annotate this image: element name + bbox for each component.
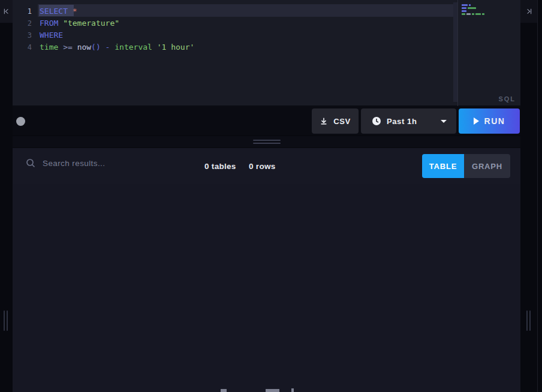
- line-number: 1: [13, 5, 32, 17]
- csv-export-button[interactable]: CSV: [312, 108, 359, 134]
- collapse-right-icon: [525, 8, 532, 15]
- clipped-text-fragment: [221, 389, 227, 392]
- keyword-token: SELECT: [40, 7, 68, 16]
- function-token: now: [77, 43, 91, 52]
- line-number: 2: [13, 17, 32, 29]
- minimap-divider: [457, 0, 458, 106]
- run-query-button[interactable]: RUN: [459, 108, 520, 134]
- collapse-right-panel-button[interactable]: [520, 0, 537, 23]
- keyword-token: FROM: [40, 19, 58, 28]
- view-mode-toggle: TABLE GRAPH: [422, 154, 510, 178]
- chevron-down-icon: [441, 120, 447, 123]
- code-minimap[interactable]: [462, 4, 504, 16]
- star-token: *: [68, 7, 77, 16]
- csv-button-label: CSV: [333, 117, 351, 126]
- search-results-input[interactable]: [43, 159, 174, 168]
- code-line-3: WHERE: [40, 29, 194, 41]
- right-rail: [520, 0, 542, 392]
- right-rail-divider: [537, 0, 538, 392]
- code-area[interactable]: SELECT * FROM "temerature" WHERE time >=…: [40, 5, 194, 53]
- sql-editor[interactable]: 1 2 3 4 SELECT * FROM "temerature" WHERE…: [13, 0, 520, 106]
- operator-token: >=: [58, 43, 77, 52]
- code-line-1: SELECT *: [40, 5, 194, 17]
- line-number: 3: [13, 29, 32, 41]
- time-range-dropdown[interactable]: Past 1h: [361, 108, 456, 134]
- tab-graph-view[interactable]: GRAPH: [464, 154, 510, 178]
- editor-scrollbar[interactable]: [453, 2, 457, 102]
- query-toolbar: CSV Past 1h RUN: [13, 107, 520, 135]
- query-explorer-window: 1 2 3 4 SELECT * FROM "temerature" WHERE…: [0, 0, 542, 392]
- clock-icon: [372, 116, 381, 126]
- search-results-box[interactable]: [26, 158, 174, 168]
- interval-token: interval: [115, 43, 152, 52]
- left-rail: [0, 0, 13, 392]
- results-panel: 0 tables 0 rows TABLE GRAPH: [13, 148, 520, 392]
- right-resize-handle[interactable]: [526, 310, 531, 331]
- string-token: "temerature": [58, 19, 119, 28]
- code-line-4: time >= now() - interval '1 hour': [40, 41, 194, 53]
- collapse-left-icon: [3, 8, 10, 15]
- main-column: 1 2 3 4 SELECT * FROM "temerature" WHERE…: [13, 0, 520, 392]
- rows-count: 0 rows: [249, 162, 276, 171]
- results-empty-area: [13, 184, 520, 392]
- pane-resize-handle[interactable]: [13, 135, 520, 148]
- download-icon: [320, 117, 328, 125]
- time-range-label: Past 1h: [387, 117, 417, 126]
- status-indicator-dot: [16, 117, 25, 126]
- string-token: '1 hour': [152, 43, 194, 52]
- results-header: 0 tables 0 rows TABLE GRAPH: [13, 148, 520, 184]
- collapse-left-panel-button[interactable]: [0, 0, 13, 23]
- clipped-text-fragment: [266, 389, 279, 392]
- tab-table-view[interactable]: TABLE: [422, 154, 464, 178]
- paren-token: (): [91, 43, 101, 52]
- search-icon: [26, 158, 35, 168]
- left-resize-handle[interactable]: [4, 310, 8, 331]
- play-icon: [474, 117, 479, 125]
- clipped-text-fragment: [291, 388, 294, 392]
- run-button-label: RUN: [484, 116, 505, 126]
- tables-count: 0 tables: [204, 162, 236, 171]
- keyword-token: WHERE: [40, 31, 63, 40]
- line-number: 4: [13, 41, 32, 53]
- minus-token: -: [101, 43, 115, 52]
- line-number-gutter: 1 2 3 4: [13, 5, 32, 53]
- language-badge: SQL: [498, 95, 516, 102]
- identifier-token: time: [40, 43, 58, 52]
- code-line-2: FROM "temerature": [40, 17, 194, 29]
